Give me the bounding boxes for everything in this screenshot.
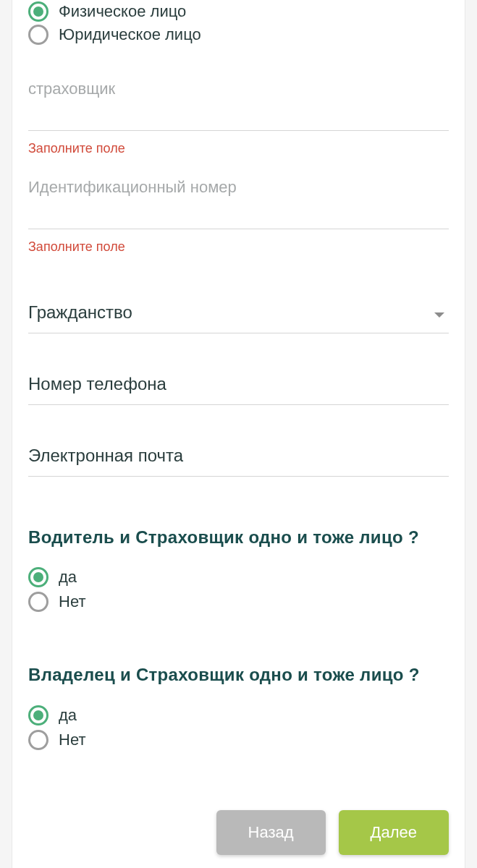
radio-label: Юридическое лицо <box>59 27 201 43</box>
radio-legal-entity[interactable]: Юридическое лицо <box>28 23 449 46</box>
back-button[interactable]: Назад <box>216 810 326 855</box>
question-title: Водитель и Страховщик одно и тоже лицо ? <box>28 526 449 549</box>
insurer-input[interactable] <box>28 101 449 131</box>
radio-owner-no[interactable]: Нет <box>28 728 449 752</box>
radio-individual[interactable]: Физическое лицо <box>28 0 449 23</box>
radio-icon <box>28 730 48 750</box>
radio-label: Физическое лицо <box>59 4 186 20</box>
question-title: Владелец и Страховщик одно и тоже лицо ? <box>28 663 449 686</box>
field-id-number: Идентификационный номер Заполните поле <box>28 178 449 255</box>
next-button[interactable]: Далее <box>339 810 449 855</box>
field-label: Номер телефона <box>28 374 166 393</box>
radio-icon <box>28 592 48 612</box>
field-email[interactable]: Электронная почта <box>28 446 449 477</box>
radio-icon <box>28 25 48 45</box>
field-insurer: страховщик Заполните поле <box>28 80 449 156</box>
error-text: Заполните поле <box>28 141 449 156</box>
field-label: страховщик <box>28 80 449 98</box>
field-citizenship: Гражданство <box>28 302 449 333</box>
radio-owner-yes[interactable]: да <box>28 703 449 728</box>
button-row: Назад Далее <box>216 810 449 855</box>
form-container: Физическое лицо Юридическое лицо страхов… <box>12 0 465 868</box>
radio-icon <box>28 1 48 22</box>
radio-label: да <box>59 707 77 723</box>
field-phone[interactable]: Номер телефона <box>28 374 449 405</box>
question-owner-insurer: Владелец и Страховщик одно и тоже лицо ?… <box>28 663 449 752</box>
error-text: Заполните поле <box>28 239 449 255</box>
question-driver-insurer: Водитель и Страховщик одно и тоже лицо ?… <box>28 526 449 614</box>
radio-driver-yes[interactable]: да <box>28 565 449 590</box>
radio-driver-no[interactable]: Нет <box>28 590 449 614</box>
field-label: Идентификационный номер <box>28 178 449 197</box>
entity-type-radio-group: Физическое лицо Юридическое лицо <box>28 0 449 46</box>
radio-label: Нет <box>59 594 85 610</box>
field-label: Электронная почта <box>28 446 183 465</box>
id-number-input[interactable] <box>28 200 449 229</box>
radio-label: да <box>59 569 77 585</box>
citizenship-select[interactable]: Гражданство <box>28 302 449 333</box>
chevron-down-icon <box>434 312 444 318</box>
field-label: Гражданство <box>28 302 132 323</box>
radio-icon <box>28 567 48 587</box>
radio-icon <box>28 705 48 726</box>
radio-label: Нет <box>59 732 85 748</box>
